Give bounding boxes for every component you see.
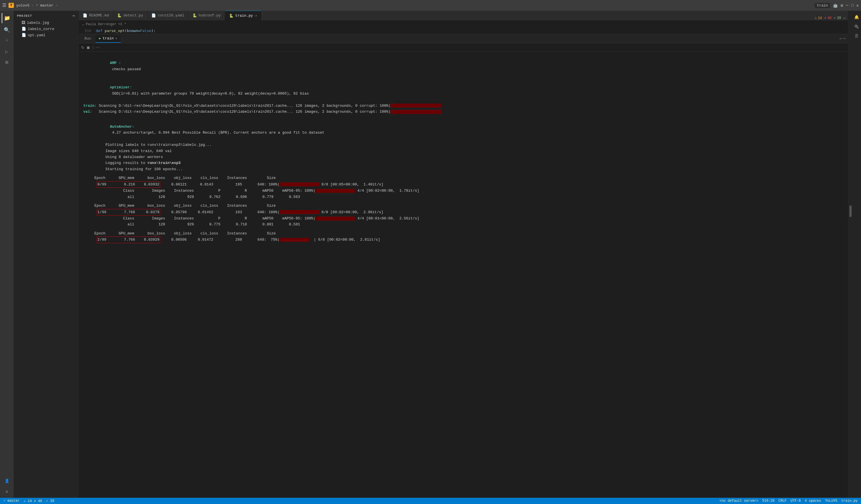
status-file[interactable]: train.py bbox=[841, 499, 858, 503]
code-line: 516 def parse_opt(known=False): bbox=[79, 28, 848, 34]
run-panel-minimize-icon[interactable]: ─ bbox=[843, 36, 846, 41]
chevron-icon: › bbox=[32, 4, 34, 7]
run-config-name[interactable]: train bbox=[815, 3, 830, 8]
tab-detect[interactable]: 🐍 detect.py bbox=[113, 11, 147, 20]
run-panel-menu-icon[interactable]: ⋯ bbox=[839, 36, 842, 41]
right-icons-panel: 🔔 🔌 🗄 bbox=[852, 11, 861, 498]
train-text: Scanning D:\Git-res\DeepLearing\DL_01\Yo… bbox=[97, 103, 391, 109]
settings-icon[interactable]: ⚙ bbox=[840, 3, 843, 8]
status-encoding[interactable]: CRLF bbox=[779, 499, 787, 503]
warnings-indicator: ⚠ 14 ✗ 40 ✓ 39 bbox=[815, 16, 841, 20]
top-bar: ☰ Y yolov5 › ⑂ master › train 🤖 ⚙ ─ □ ✕ bbox=[0, 0, 861, 11]
sidebar-header: Project ⋯ bbox=[14, 11, 79, 20]
database-icon[interactable]: 🗄 bbox=[852, 32, 860, 40]
output-val-scan: val: Scanning D:\Git-res\DeepLearing\DL_… bbox=[83, 109, 844, 115]
branch-icon: ⑂ bbox=[36, 3, 38, 8]
epoch-2-data: 2/99 7.766 0.03929 0.06506 0.01472 288 6… bbox=[83, 236, 844, 243]
optimizer-label: optimizer: bbox=[110, 85, 132, 89]
train-label: train: bbox=[83, 103, 97, 109]
notifications-icon[interactable]: 🔔 bbox=[852, 13, 860, 21]
activity-git-icon[interactable]: ⑂ bbox=[2, 36, 12, 46]
sidebar-file-correlate[interactable]: 📄labels_corre bbox=[14, 26, 79, 32]
run-more-button[interactable]: ⋯ bbox=[96, 45, 100, 50]
epoch-1-val-header: Class Images Instances P R mAP50 mAP50-9… bbox=[83, 215, 844, 221]
output-starting: Starting training for 100 epochs... bbox=[83, 166, 844, 172]
run-restart-button[interactable]: ↻ bbox=[81, 45, 84, 50]
tab-close-train[interactable]: ✕ bbox=[255, 14, 257, 17]
activity-remote-icon[interactable]: 👤 bbox=[2, 476, 12, 486]
activity-explorer-icon[interactable]: 📁 bbox=[2, 13, 12, 23]
run-stop-button[interactable]: ⏹ bbox=[86, 45, 90, 50]
epoch-1-section: Epoch GPU_mem box_loss obj_loss cls_loss… bbox=[83, 203, 844, 228]
tab-hubconf[interactable]: 🐍 hubconf.py bbox=[189, 11, 225, 20]
activity-bar: 📁 🔍 ⑂ ▷ ⊞ 👤 ⚙ bbox=[0, 11, 14, 498]
train-progressbar bbox=[391, 103, 441, 108]
sidebar-file-opt[interactable]: 📄opt.yaml bbox=[14, 32, 79, 38]
copilot-icon[interactable]: 🤖 bbox=[833, 3, 838, 8]
run-toolbar: ↻ ⏹ | ⋯ bbox=[79, 43, 848, 52]
train-icon: 🐍 bbox=[229, 14, 234, 18]
output-autoanchor: AutoAnchor: 4.27 anchors/target, 0.994 B… bbox=[83, 117, 844, 142]
val-label: val: bbox=[83, 109, 92, 115]
git-branch-status[interactable]: ⑂ master bbox=[3, 499, 19, 503]
epoch-0-val-data: all 128 929 0.762 0.696 0.779 0.563 bbox=[83, 194, 844, 200]
remote-icon[interactable]: 🔌 bbox=[852, 23, 860, 31]
code-content: def parse_opt(known=False): bbox=[96, 29, 155, 33]
epoch2-progressbar bbox=[280, 238, 310, 242]
sidebar-file-labels[interactable]: 🖼labels.jpg bbox=[14, 20, 79, 26]
minimap bbox=[848, 11, 852, 498]
output-logging: Logging results to runs\train\exp3 bbox=[83, 160, 844, 166]
line-number: 516 bbox=[79, 29, 96, 33]
output-imgsizes: Image sizes 640 train, 640 val bbox=[83, 148, 844, 154]
status-server: <no default server> bbox=[720, 499, 758, 503]
amp-label: AMP : bbox=[110, 61, 121, 65]
readme-icon: 📄 bbox=[83, 13, 87, 18]
epoch-1-data: 1/99 7.766 0.0379 0.05799 0.01462 193 64… bbox=[83, 209, 844, 215]
activity-account-icon[interactable]: ⚙ bbox=[2, 487, 12, 496]
epoch-2-section: Epoch GPU_mem box_loss obj_loss cls_loss… bbox=[83, 230, 844, 243]
breadcrumb-author: Paula Derrenger bbox=[86, 23, 117, 26]
status-lang[interactable]: YoLoV5 bbox=[825, 499, 837, 503]
breadcrumb-extras: +3 * bbox=[118, 23, 126, 26]
output-amp: AMP : checks passed bbox=[83, 54, 844, 79]
hamburger-icon[interactable]: ☰ bbox=[2, 2, 6, 8]
run-tab-run[interactable]: Run bbox=[81, 35, 94, 43]
epoch0-val-progressbar bbox=[315, 189, 355, 193]
autoanchor-label: AutoAnchor: bbox=[110, 125, 134, 129]
output-optimizer: optimizer: SGD(lr=0.01) with parameter g… bbox=[83, 79, 844, 103]
tab-coco128[interactable]: 📄 coco128.yaml bbox=[147, 11, 189, 20]
tab-split-icon[interactable]: ⋯ bbox=[844, 16, 846, 20]
status-ok[interactable]: ✓ 39 bbox=[46, 499, 54, 503]
status-position[interactable]: 516:28 bbox=[762, 499, 775, 503]
sidebar: Project ⋯ 🖼labels.jpg 📄labels_corre 📄opt… bbox=[14, 11, 79, 498]
run-toolbar-separator: | bbox=[92, 45, 94, 50]
status-spaces[interactable]: 4 spaces bbox=[805, 499, 821, 503]
sidebar-menu-icon[interactable]: ⋯ bbox=[72, 14, 75, 18]
branch-name[interactable]: master bbox=[40, 3, 54, 8]
console-output[interactable]: AMP : checks passed optimizer: SGD(lr=0.… bbox=[79, 52, 848, 498]
restore-button[interactable]: □ bbox=[851, 3, 853, 8]
detect-icon: 🐍 bbox=[117, 13, 122, 18]
status-utf[interactable]: UTF-8 bbox=[791, 499, 801, 503]
run-panel: Run ▶ train ✕ ⋯ ─ ↻ ⏹ | ⋯ bbox=[79, 34, 848, 498]
breadcrumb-bar: ✏ Paula Derrenger +3 * bbox=[79, 21, 848, 28]
project-name[interactable]: yolov5 bbox=[16, 3, 29, 8]
status-errors[interactable]: ⚠ 14 ✗ 40 bbox=[24, 499, 42, 503]
activity-debug-icon[interactable]: ▷ bbox=[2, 46, 12, 57]
epoch-1-val-data: all 128 929 0.775 0.718 0.801 0.581 bbox=[83, 221, 844, 227]
logo-badge: Y bbox=[9, 3, 14, 8]
minimize-button[interactable]: ─ bbox=[846, 3, 848, 8]
tabs-bar: 📄 README.md 🐍 detect.py 📄 coco128.yaml 🐍… bbox=[79, 11, 848, 21]
activity-search-icon[interactable]: 🔍 bbox=[2, 25, 12, 35]
run-tab-train-close[interactable]: ✕ bbox=[115, 37, 117, 40]
output-train-scan: train: Scanning D:\Git-res\DeepLearing\D… bbox=[83, 103, 844, 109]
optimizer-text: SGD(lr=0.01) with parameter groups 79 we… bbox=[110, 92, 309, 96]
epoch0-progressbar bbox=[280, 182, 319, 186]
tab-train[interactable]: 🐍 train.py ✕ bbox=[225, 11, 261, 20]
close-button[interactable]: ✕ bbox=[857, 3, 859, 8]
activity-extensions-icon[interactable]: ⊞ bbox=[2, 57, 12, 67]
epoch-0-data: 0/99 6.216 0.03932 0.06121 0.0143 195 64… bbox=[83, 181, 844, 188]
run-tab-train[interactable]: ▶ train ✕ bbox=[96, 35, 121, 43]
run-tabs-bar: Run ▶ train ✕ ⋯ ─ bbox=[79, 34, 848, 43]
tab-readme[interactable]: 📄 README.md bbox=[79, 11, 113, 20]
